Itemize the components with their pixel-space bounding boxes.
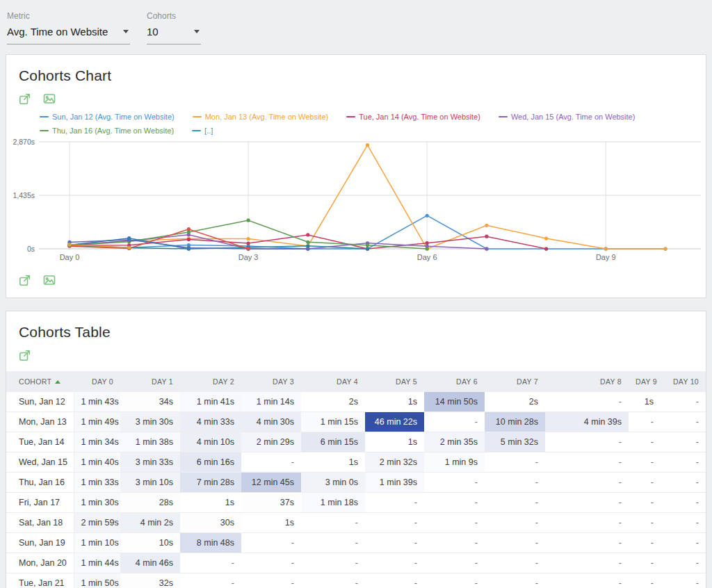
- cohort-value-cell: 2 min 29s: [241, 432, 301, 452]
- chart-data-point: [306, 240, 309, 244]
- cohort-value-cell: -: [661, 493, 706, 513]
- cohort-value-cell: -: [301, 573, 365, 588]
- cohorts-table-card: Cohorts Table COHORTDAY 0DAY 1DAY 2DAY 3…: [6, 311, 706, 588]
- column-header-day[interactable]: DAY 1: [120, 371, 180, 392]
- column-header-label: DAY 2: [213, 377, 234, 386]
- cohort-value-cell: -: [365, 533, 424, 553]
- svg-text:1,435s: 1,435s: [13, 191, 35, 199]
- chart-data-point: [485, 247, 488, 250]
- column-header-day[interactable]: DAY 4: [301, 371, 365, 392]
- legend-item[interactable]: Thu, Jan 16 (Avg. Time on Website): [40, 126, 174, 135]
- metric-select-group: Metric Avg. Time on Website: [7, 11, 130, 44]
- chart-legend: Sun, Jan 12 (Avg. Time on Website)Mon, J…: [40, 113, 706, 135]
- chart-data-point: [187, 227, 191, 231]
- cohort-value-cell: 3 min 33s: [120, 452, 180, 473]
- cohort-value-cell: -: [545, 432, 629, 452]
- chart-data-point: [187, 238, 191, 241]
- table-row: Sun, Jan 121 min 43s34s1 min 41s1 min 14…: [6, 392, 706, 412]
- legend-item[interactable]: Sun, Jan 12 (Avg. Time on Website): [40, 113, 175, 121]
- column-header-label: DAY 3: [273, 377, 294, 386]
- column-header-cohort[interactable]: COHORT: [6, 371, 74, 392]
- cohort-value-cell: 1 min 9s: [424, 452, 485, 473]
- cohort-value-cell: 1 min 41s: [180, 392, 241, 412]
- chart-data-point: [544, 236, 548, 240]
- cohort-name-cell: Mon, Jan 20: [6, 553, 74, 573]
- export-icon[interactable]: [19, 92, 31, 105]
- cohort-value-cell: 1 min 49s: [74, 412, 120, 432]
- legend-series-label: Mon, Jan 13 (Avg. Time on Website): [205, 113, 329, 121]
- chart-data-point: [247, 247, 250, 250]
- cohort-value-cell: -: [301, 533, 365, 553]
- cohort-value-cell: -: [545, 493, 629, 513]
- chart-data-point: [426, 247, 429, 250]
- cohorts-line-chart: 0s1,435s2,870sDay 0Day 3Day 6Day 9: [6, 135, 706, 264]
- legend-item[interactable]: Wed, Jan 15 (Avg. Time on Website): [499, 113, 636, 121]
- legend-item[interactable]: [..]: [192, 126, 213, 135]
- cohort-value-cell: -: [629, 493, 661, 513]
- metric-select[interactable]: Avg. Time on Website: [7, 26, 130, 44]
- cohort-value-cell: 5 min 32s: [485, 432, 545, 452]
- cohort-value-cell: -: [545, 553, 629, 573]
- legend-item[interactable]: Mon, Jan 13 (Avg. Time on Website): [193, 113, 329, 121]
- column-header-day[interactable]: DAY 8: [545, 371, 629, 392]
- cohort-value-cell: -: [424, 533, 485, 553]
- cohort-value-cell: -: [545, 533, 629, 553]
- chart-data-point: [663, 247, 667, 250]
- cohort-value-cell: -: [661, 452, 706, 473]
- svg-text:Day 6: Day 6: [417, 253, 437, 261]
- column-header-day[interactable]: DAY 10: [661, 371, 706, 392]
- cohort-name-cell: Tue, Jan 14: [6, 432, 74, 452]
- cohorts-label: Cohorts: [147, 11, 201, 21]
- legend-series-dash: [346, 116, 355, 117]
- column-header-day[interactable]: DAY 2: [180, 371, 241, 392]
- metric-label: Metric: [7, 11, 130, 21]
- cohort-value-cell: -: [545, 573, 629, 588]
- cohorts-selected-value: 10: [147, 26, 159, 38]
- cohort-value-cell: -: [365, 493, 424, 513]
- cohort-value-cell: -: [424, 493, 485, 513]
- legend-series-label: [..]: [204, 126, 213, 135]
- table-row: Tue, Jan 211 min 50s32s---------: [6, 573, 706, 588]
- legend-series-dash: [192, 130, 201, 131]
- cohort-value-cell: -: [661, 473, 706, 493]
- image-export-icon[interactable]: [43, 92, 56, 105]
- cohort-value-cell: -: [241, 573, 301, 588]
- cohort-value-cell: 1 min 39s: [365, 473, 424, 493]
- table-row: Wed, Jan 151 min 40s3 min 33s6 min 16s-1…: [6, 452, 706, 473]
- cohort-value-cell: -: [241, 452, 301, 473]
- column-header-label: DAY 4: [337, 377, 358, 386]
- cohort-value-cell: 4 min 33s: [180, 412, 241, 432]
- cohort-value-cell: -: [180, 553, 241, 573]
- legend-series-dash: [193, 116, 202, 117]
- chart-data-point: [366, 243, 369, 247]
- chart-data-point: [127, 236, 131, 240]
- chart-bottom-actions: [6, 272, 706, 297]
- image-export-icon[interactable]: [43, 274, 56, 286]
- cohort-value-cell: -: [629, 533, 661, 553]
- table-row: Mon, Jan 131 min 49s3 min 30s4 min 33s4 …: [6, 412, 706, 432]
- cohort-value-cell: 1s: [365, 432, 424, 452]
- cohorts-select[interactable]: 10: [147, 26, 201, 44]
- cohort-value-cell: -: [661, 573, 706, 588]
- export-icon[interactable]: [19, 274, 31, 286]
- chart-data-point: [604, 247, 608, 250]
- chart-data-point: [485, 224, 488, 227]
- cohort-value-cell: 1 min 34s: [74, 432, 120, 452]
- column-header-day[interactable]: DAY 6: [424, 371, 485, 392]
- cohort-value-cell: -: [365, 573, 424, 588]
- chart-card-title: Cohorts Chart: [19, 67, 693, 84]
- column-header-day[interactable]: DAY 3: [241, 371, 301, 392]
- cohort-value-cell: 1 min 15s: [301, 412, 365, 432]
- column-header-day[interactable]: DAY 5: [365, 371, 424, 392]
- cohort-value-cell: 46 min 22s: [365, 412, 424, 432]
- legend-item[interactable]: Tue, Jan 14 (Avg. Time on Website): [346, 113, 480, 121]
- export-icon[interactable]: [19, 349, 31, 361]
- metric-selected-value: Avg. Time on Website: [7, 26, 108, 38]
- chart-data-point: [426, 214, 429, 218]
- column-header-day[interactable]: DAY 7: [485, 371, 545, 392]
- cohort-value-cell: -: [301, 553, 365, 573]
- cohort-value-cell: 34s: [120, 392, 180, 412]
- column-header-day[interactable]: DAY 0: [74, 371, 120, 392]
- cohort-value-cell: 1 min 40s: [74, 452, 120, 473]
- column-header-day[interactable]: DAY 9: [629, 371, 661, 392]
